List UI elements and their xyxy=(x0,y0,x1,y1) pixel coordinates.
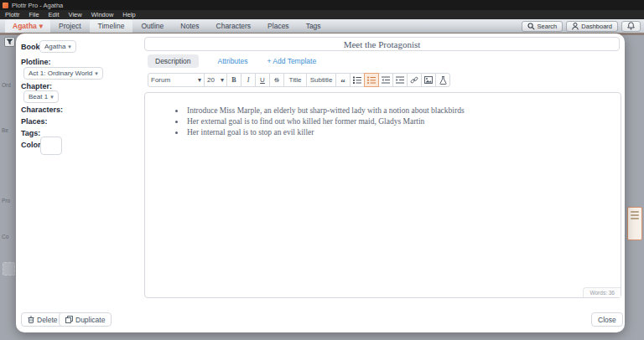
app-window: Plottr Pro - Agatha Plottr File Edit Vie… xyxy=(0,0,644,340)
tab-tags[interactable]: Tags xyxy=(298,19,330,33)
background-add-card-slot xyxy=(3,262,15,276)
plotline-select[interactable]: Act 1: Ordinary World ▾ xyxy=(23,67,103,80)
title-bar: Plottr Pro - Agatha xyxy=(0,0,644,10)
numbered-list-button[interactable] xyxy=(350,73,365,87)
color-swatch-picker[interactable] xyxy=(40,137,62,155)
dialog-tabs: Description Attributes + Add Template xyxy=(148,54,316,69)
numbered-list-icon xyxy=(353,76,361,84)
file-tab-agatha[interactable]: Agatha ▾ xyxy=(5,19,50,33)
menu-file[interactable]: File xyxy=(29,11,39,18)
font-family-select[interactable]: Forum ▾ xyxy=(148,73,205,87)
chevron-down-icon: ▾ xyxy=(39,22,43,30)
chapter-label: Chapter: xyxy=(21,82,52,90)
menu-plottr[interactable]: Plottr xyxy=(5,11,20,18)
add-template-link[interactable]: + Add Template xyxy=(267,57,316,65)
bullet-item: Her external goal is to find out who kil… xyxy=(185,116,621,127)
tab-project[interactable]: Project xyxy=(50,19,89,33)
tab-description[interactable]: Description xyxy=(148,54,199,68)
chevron-down-icon: ▾ xyxy=(95,70,98,77)
menu-edit[interactable]: Edit xyxy=(49,11,60,18)
backdrop-text-fragment: Ord xyxy=(2,82,16,88)
tab-bar-actions: Search Dashboard xyxy=(522,19,641,33)
dashboard-button[interactable]: Dashboard xyxy=(566,21,618,32)
backdrop-text-fragment: Co xyxy=(2,234,16,240)
italic-button[interactable]: I xyxy=(241,73,256,87)
tab-outline[interactable]: Outline xyxy=(132,19,172,33)
chevron-down-icon: ▾ xyxy=(50,94,54,100)
bell-icon xyxy=(627,22,635,30)
bulleted-list-button[interactable] xyxy=(364,73,379,87)
filter-funnel-icon xyxy=(6,39,13,45)
search-icon xyxy=(527,23,535,30)
font-size-select[interactable]: 20 ▾ xyxy=(204,73,227,87)
characters-label: Characters: xyxy=(21,106,63,114)
description-editor[interactable]: Introduce Miss Marple, an elderly but sh… xyxy=(144,92,621,298)
window-title: Plottr Pro - Agatha xyxy=(12,2,63,9)
outdent-button[interactable] xyxy=(378,73,393,87)
tab-places[interactable]: Places xyxy=(259,19,298,33)
subtitle-style-button[interactable]: Subtitle xyxy=(306,73,336,87)
word-count-badge: Words: 36 xyxy=(583,287,621,297)
notifications-button[interactable] xyxy=(621,21,641,32)
tab-attributes[interactable]: Attributes xyxy=(210,54,256,68)
image-icon xyxy=(424,76,433,84)
underline-button[interactable]: U xyxy=(255,73,270,87)
flask-icon xyxy=(439,76,447,85)
duplicate-button[interactable]: Duplicate xyxy=(59,312,112,327)
tab-bar: Agatha ▾ Project Timeline Outline Notes … xyxy=(0,19,644,33)
menu-view[interactable]: View xyxy=(69,11,82,18)
places-label: Places: xyxy=(21,117,48,126)
indent-button[interactable] xyxy=(392,73,408,87)
image-button[interactable] xyxy=(421,73,436,87)
plotline-label: Plotline: xyxy=(21,58,51,66)
chapter-select[interactable]: Beat 1 ▾ xyxy=(23,90,59,103)
bullet-item: Her internal goal is to stop an evil kil… xyxy=(185,127,621,138)
menu-window[interactable]: Window xyxy=(91,11,114,18)
chevron-down-icon: ▾ xyxy=(198,76,201,84)
duplicate-icon xyxy=(65,316,73,323)
link-icon xyxy=(410,76,418,85)
trash-icon xyxy=(28,316,34,323)
plottr-app-icon xyxy=(3,3,8,8)
strikethrough-button[interactable]: S xyxy=(269,73,284,87)
search-button[interactable]: Search xyxy=(522,21,564,32)
outdent-icon xyxy=(382,76,390,84)
link-button[interactable] xyxy=(407,73,422,87)
bold-button[interactable]: B xyxy=(226,73,242,87)
tab-notes[interactable]: Notes xyxy=(172,19,207,33)
backdrop-text-fragment: Pro xyxy=(2,198,16,203)
filter-button[interactable] xyxy=(4,37,15,47)
background-scene-card xyxy=(627,207,642,240)
tab-timeline[interactable]: Timeline xyxy=(90,19,133,33)
tab-characters[interactable]: Characters xyxy=(208,19,260,33)
book-select[interactable]: Agatha ▾ xyxy=(39,40,76,53)
user-icon xyxy=(572,23,579,30)
rich-text-toolbar: Forum ▾ 20 ▾ B I U S Title Subtitle “ xyxy=(148,73,450,87)
close-button[interactable]: Close xyxy=(591,312,623,327)
chevron-down-icon: ▾ xyxy=(221,76,224,84)
scene-card-dialog: Book: Agatha ▾ Plotline: Act 1: Ordinary… xyxy=(16,33,625,332)
flask-button[interactable] xyxy=(435,73,450,87)
bullet-item: Introduce Miss Marple, an elderly but sh… xyxy=(185,106,621,116)
blockquote-button[interactable]: “ xyxy=(335,73,351,87)
bulleted-list-icon xyxy=(367,76,376,84)
menu-bar: Plottr File Edit View Window Help xyxy=(0,10,644,19)
bullet-list: Introduce Miss Marple, an elderly but sh… xyxy=(185,106,621,138)
menu-help[interactable]: Help xyxy=(122,11,135,18)
chevron-down-icon: ▾ xyxy=(68,44,71,50)
backdrop-text-fragment: Be xyxy=(2,127,16,133)
indent-icon xyxy=(396,76,404,84)
tags-label: Tags: xyxy=(21,129,40,137)
card-title-input[interactable] xyxy=(144,37,620,51)
title-style-button[interactable]: Title xyxy=(283,73,307,87)
delete-button[interactable]: Delete xyxy=(21,312,65,327)
